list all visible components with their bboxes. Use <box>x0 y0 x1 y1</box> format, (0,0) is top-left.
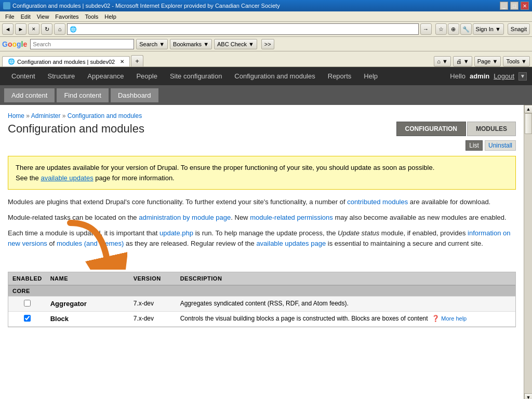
google-search-input[interactable] <box>30 39 134 49</box>
menu-edit[interactable]: Edit <box>18 13 34 20</box>
back-button[interactable]: ◄ <box>2 23 14 35</box>
menu-help[interactable]: Help <box>101 13 119 20</box>
content-area: Home » Administer » Configuration and mo… <box>0 105 524 399</box>
nav-help[interactable]: Help <box>357 67 384 85</box>
favorites-btn[interactable]: ☆ <box>435 23 447 35</box>
menu-view[interactable]: View <box>34 13 52 20</box>
nav-content[interactable]: Content <box>5 67 42 85</box>
col-name: NAME <box>46 272 129 285</box>
aggregator-desc-cell: Aggregates syndicated content (RSS, RDF,… <box>176 297 515 312</box>
stop-button[interactable]: ✕ <box>28 23 39 35</box>
sign-in-btn[interactable]: Sign In ▼ <box>473 23 504 35</box>
breadcrumb-administer[interactable]: Administer <box>31 112 61 119</box>
aggregator-checkbox[interactable] <box>24 300 31 307</box>
uninstall-tab[interactable]: Uninstall <box>485 140 516 151</box>
block-checkbox[interactable] <box>24 315 31 322</box>
table-row: Block 7.x-dev Controls the visual buildi… <box>8 312 515 327</box>
drupal-nav-right: Hello admin Logout ▼ <box>450 72 527 81</box>
configuration-tab[interactable]: CONFIGURATION <box>396 122 466 136</box>
check-button[interactable]: ABC Check ▼ <box>214 39 257 49</box>
arrow-container: Each time a module is updated, it is imp… <box>8 228 516 270</box>
page-btn[interactable]: Page ▼ <box>474 56 501 66</box>
go-button[interactable]: → <box>420 23 432 35</box>
breadcrumb-current[interactable]: Configuration and modules <box>68 112 142 119</box>
tab-buttons: CONFIGURATION MODULES <box>396 122 516 136</box>
available-updates-link[interactable]: available updates <box>41 174 93 182</box>
search-button[interactable]: Search ▼ <box>136 39 168 49</box>
page-header: Configuration and modules CONFIGURATION … <box>8 122 516 136</box>
available-updates-page-link[interactable]: available updates page <box>256 240 326 247</box>
menu-tools[interactable]: Tools <box>82 13 102 20</box>
home-button[interactable]: ⌂ <box>54 23 65 35</box>
snagit-btn[interactable]: Snagit <box>508 23 530 35</box>
tab-close-icon[interactable]: ✕ <box>120 59 124 64</box>
nav-people[interactable]: People <box>130 67 163 85</box>
home-ie-btn[interactable]: ⌂ ▼ <box>434 56 451 66</box>
bookmarks-button[interactable]: Bookmarks ▼ <box>170 39 212 49</box>
snagit-area: Snagit <box>508 23 530 35</box>
scrollbar: ▲ ▼ <box>524 105 532 399</box>
scroll-up-btn[interactable]: ▲ <box>524 105 532 113</box>
modules-themes-link[interactable]: modules (and themes) <box>57 240 124 247</box>
add-content-btn[interactable]: Add content <box>4 88 55 102</box>
scroll-track[interactable] <box>524 113 532 393</box>
more-help-link[interactable]: More help <box>441 315 467 322</box>
admin-by-module-link[interactable]: administration by module page <box>139 214 231 221</box>
tab-icon: 🌐 <box>8 58 15 65</box>
find-content-btn[interactable]: Find content <box>57 88 109 102</box>
nav-structure[interactable]: Structure <box>42 67 82 85</box>
list-tab[interactable]: List <box>466 140 483 151</box>
breadcrumb: Home » Administer » Configuration and mo… <box>0 107 524 122</box>
sub-tab-row: List Uninstall <box>8 140 516 151</box>
tools-ie-btn[interactable]: Tools ▼ <box>503 56 530 66</box>
tools-btn[interactable]: 🔧 <box>460 23 472 35</box>
close-btn[interactable]: ✕ <box>521 2 529 10</box>
nav-expand-btn[interactable]: ▼ <box>518 72 527 81</box>
browser-tabs: 🌐 Configuration and modules | subdev02 ✕… <box>0 51 532 67</box>
nav-site-config[interactable]: Site configuration <box>164 67 228 85</box>
address-bar[interactable]: 🌐 /admin/config/modules <box>67 23 419 35</box>
menu-favorites[interactable]: Favorites <box>52 13 82 20</box>
page-title: Configuration and modules <box>8 122 144 136</box>
group-core-row: CORE <box>8 285 515 297</box>
hello-text: Hello <box>450 72 466 80</box>
add-favorites-btn[interactable]: ⊕ <box>448 23 459 35</box>
main-area: Home » Administer » Configuration and mo… <box>0 105 532 399</box>
refresh-button[interactable]: ↻ <box>41 23 52 35</box>
col-version: VERSION <box>129 272 176 285</box>
restore-btn[interactable]: □ <box>510 2 518 10</box>
forward-button[interactable]: ► <box>15 23 26 35</box>
minimize-btn[interactable]: _ <box>500 2 508 10</box>
breadcrumb-sep1: » <box>26 112 31 119</box>
active-tab[interactable]: 🌐 Configuration and modules | subdev02 ✕ <box>2 56 130 66</box>
nav-row: ◄ ► ✕ ↻ ⌂ 🌐 /admin/config/modules → ☆ ⊕ … <box>0 22 532 37</box>
nav-config-modules[interactable]: Configuration and modules <box>228 67 321 85</box>
block-name: Block <box>50 315 69 323</box>
warning-text1: There are updates available for your ver… <box>16 164 434 171</box>
new-tab-btn[interactable]: + <box>131 55 143 66</box>
modules-tab[interactable]: MODULES <box>467 122 516 136</box>
breadcrumb-home[interactable]: Home <box>8 112 24 119</box>
warning-text2: See the <box>16 174 41 182</box>
drupal-nav: Content Structure Appearance People Site… <box>0 67 532 85</box>
update-php-link[interactable]: update.php <box>159 229 193 237</box>
print-btn[interactable]: 🖨 ▼ <box>453 56 472 66</box>
more-btn[interactable]: >> <box>261 39 274 49</box>
module-table: ENABLED NAME VERSION DESCRIPTION CORE <box>8 272 515 327</box>
admin-name: admin <box>470 72 489 80</box>
scroll-down-btn[interactable]: ▼ <box>524 393 532 399</box>
google-logo: Google <box>2 40 27 48</box>
scroll-thumb[interactable] <box>525 113 532 134</box>
module-permissions-link[interactable]: module-related permissions <box>250 214 333 221</box>
block-desc-cell: Controls the visual building blocks a pa… <box>176 312 515 327</box>
contributed-modules-link[interactable]: contributed modules <box>347 198 408 206</box>
address-input[interactable]: /admin/config/modules <box>79 26 416 32</box>
aggregator-enabled-cell <box>8 297 46 312</box>
logout-link[interactable]: Logout <box>494 72 514 80</box>
nav-reports[interactable]: Reports <box>322 67 358 85</box>
menu-file[interactable]: File <box>2 13 18 20</box>
aggregator-name: Aggregator <box>50 300 87 308</box>
dashboard-btn[interactable]: Dashboard <box>111 88 158 102</box>
module-table-wrapper: ENABLED NAME VERSION DESCRIPTION CORE <box>8 272 516 327</box>
nav-appearance[interactable]: Appearance <box>81 67 130 85</box>
